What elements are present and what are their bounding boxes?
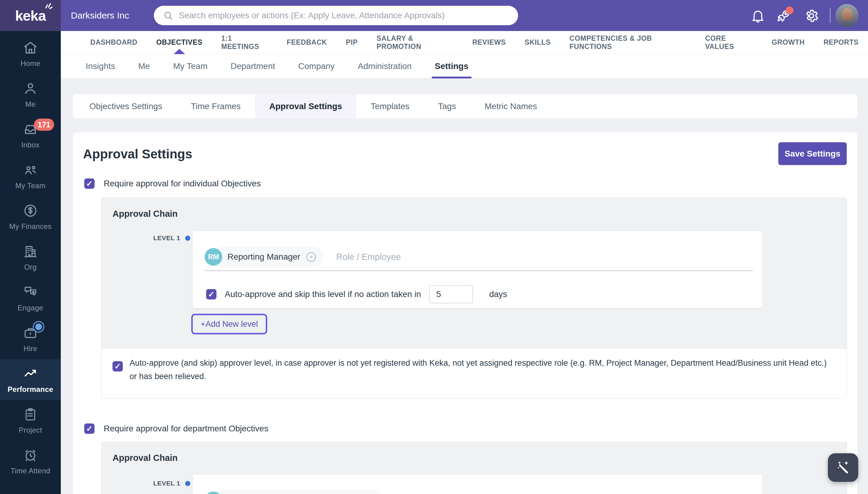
whats-new-button[interactable] (775, 7, 792, 24)
sidebar-label: My Team (15, 182, 45, 190)
header-divider (830, 8, 831, 23)
search-icon (163, 10, 173, 21)
keka-logo[interactable]: keka (0, 0, 61, 31)
subnav-administration[interactable]: Administration (346, 54, 423, 78)
require-individual-checkbox[interactable] (84, 178, 95, 189)
user-icon (22, 80, 38, 96)
level-dot (185, 481, 190, 486)
subnav-settings[interactable]: Settings (423, 54, 480, 78)
add-new-level-button[interactable]: +Add New level (191, 314, 267, 335)
subnav-insights[interactable]: Insights (74, 54, 127, 78)
page-title: Approval Settings (83, 147, 192, 162)
bell-icon (750, 8, 766, 24)
nav-1-1-meetings[interactable]: 1:1 MEETINGS (212, 31, 277, 54)
gear-icon (804, 8, 819, 24)
nav-feedback[interactable]: FEEDBACK (277, 31, 337, 54)
subnav-me[interactable]: Me (127, 54, 162, 78)
approver-chip-row (205, 490, 383, 494)
save-settings-button[interactable]: Save Settings (778, 142, 847, 165)
level-label: LEVEL 1 (153, 480, 180, 487)
auto-approve-row: Auto-approve and skip this level if no a… (206, 285, 507, 303)
sidebar-item-hire[interactable]: Hire (0, 319, 61, 359)
nav-growth[interactable]: GROWTH (762, 31, 814, 54)
settings-button[interactable] (803, 7, 820, 24)
nav-salary-promotion[interactable]: SALARY & PROMOTION (367, 31, 463, 54)
sidebar-item-performance[interactable]: Performance (0, 359, 61, 400)
auto-approve-note-checkbox[interactable] (113, 361, 123, 372)
level-dot (185, 235, 190, 241)
subnav-company[interactable]: Company (287, 54, 346, 78)
subnav-my-team[interactable]: My Team (162, 54, 219, 78)
notification-dot (786, 6, 793, 14)
sidebar-item-inbox[interactable]: 171 Inbox (0, 115, 61, 156)
subnav-department[interactable]: Department (219, 54, 286, 78)
sidebar-item-my-finances[interactable]: My Finances (0, 196, 61, 237)
tab-templates[interactable]: Templates (356, 94, 424, 118)
department-approval-chain: Approval Chain LEVEL 1 (101, 442, 847, 494)
remove-approver-icon[interactable] (306, 252, 316, 262)
nav-reports[interactable]: REPORTS (814, 31, 868, 54)
auto-approve-note-text: Auto-approve (and skip) approver level, … (130, 356, 832, 383)
nav-pip[interactable]: PIP (337, 31, 367, 54)
approver-input-underline (205, 270, 753, 271)
approval-settings-panel: Approval Settings Save Settings Require … (73, 132, 857, 494)
notifications-button[interactable] (750, 7, 767, 24)
auto-approve-checkbox[interactable] (206, 289, 216, 300)
role-employee-input[interactable]: Role / Employee (336, 252, 401, 262)
nav-objectives[interactable]: OBJECTIVES (147, 31, 212, 54)
require-individual-approval-row: Require approval for individual Objectiv… (84, 178, 261, 189)
sidebar-label: My Finances (9, 222, 51, 231)
nav-core-values[interactable]: CORE VALUES (696, 31, 762, 54)
require-individual-label: Require approval for individual Objectiv… (104, 179, 261, 189)
level-1-tag: LEVEL 1 (153, 234, 190, 242)
tab-approval-settings[interactable]: Approval Settings (255, 94, 357, 118)
logo-sparks-icon (44, 2, 54, 11)
user-avatar[interactable] (835, 4, 858, 27)
trend-icon (22, 366, 38, 381)
alarm-icon (22, 447, 38, 463)
nav-dashboard[interactable]: DASHBOARD (81, 31, 147, 54)
home-icon (22, 40, 38, 56)
sidebar-label: Time Attend (11, 467, 50, 475)
tab-tags[interactable]: Tags (424, 94, 470, 118)
dollar-icon (22, 203, 38, 218)
sidebar-item-my-team[interactable]: My Team (0, 156, 61, 196)
days-input[interactable] (429, 285, 473, 303)
chain-title: Approval Chain (113, 209, 177, 219)
chat-icon (22, 284, 38, 300)
level-1-tag: LEVEL 1 (153, 480, 190, 487)
global-search[interactable] (154, 6, 518, 25)
module-nav: DASHBOARD OBJECTIVES 1:1 MEETINGS FEEDBA… (61, 31, 868, 54)
sidebar-label: Org (24, 263, 37, 271)
sidebar-item-engage[interactable]: Engage (0, 278, 61, 319)
sidebar-item-me[interactable]: Me (0, 74, 61, 115)
hire-status-dot (35, 323, 42, 330)
tab-metric-names[interactable]: Metric Names (470, 94, 551, 118)
sidebar-item-home[interactable]: Home (0, 34, 61, 74)
nav-reviews[interactable]: REVIEWS (463, 31, 515, 54)
sidebar-item-project[interactable]: Project (0, 400, 61, 441)
tab-time-frames[interactable]: Time Frames (177, 94, 255, 118)
sidebar-item-org[interactable]: Org (0, 237, 61, 278)
nav-skills[interactable]: SKILLS (515, 31, 560, 54)
require-department-label: Require approval for department Objectiv… (104, 424, 268, 434)
app-sidebar: Home Me 171 Inbox My Team My Finances Or… (0, 31, 61, 494)
company-name: Darksiders Inc (71, 0, 129, 31)
approver-chip-row: RM Reporting Manager Role / Employee (205, 247, 401, 267)
days-unit-label: days (489, 289, 507, 299)
require-department-checkbox[interactable] (84, 423, 95, 434)
sidebar-label: Home (20, 59, 40, 68)
sidebar-item-time-attend[interactable]: Time Attend (0, 441, 61, 481)
require-department-approval-row: Require approval for department Objectiv… (84, 423, 268, 434)
nav-competencies[interactable]: COMPETENCIES & JOB FUNCTIONS (560, 31, 696, 54)
settings-tab-bar: Objectives Settings Time Frames Approval… (73, 94, 857, 118)
approver-chip (213, 490, 383, 494)
sidebar-label: Performance (7, 385, 53, 394)
team-icon (22, 162, 38, 178)
search-input[interactable] (179, 11, 509, 20)
approver-chip: Reporting Manager (213, 247, 323, 267)
magic-wand-icon (834, 459, 852, 476)
sidebar-label: Hire (23, 344, 37, 353)
assistant-wand-button[interactable] (828, 453, 858, 482)
tab-objectives-settings[interactable]: Objectives Settings (73, 94, 177, 118)
